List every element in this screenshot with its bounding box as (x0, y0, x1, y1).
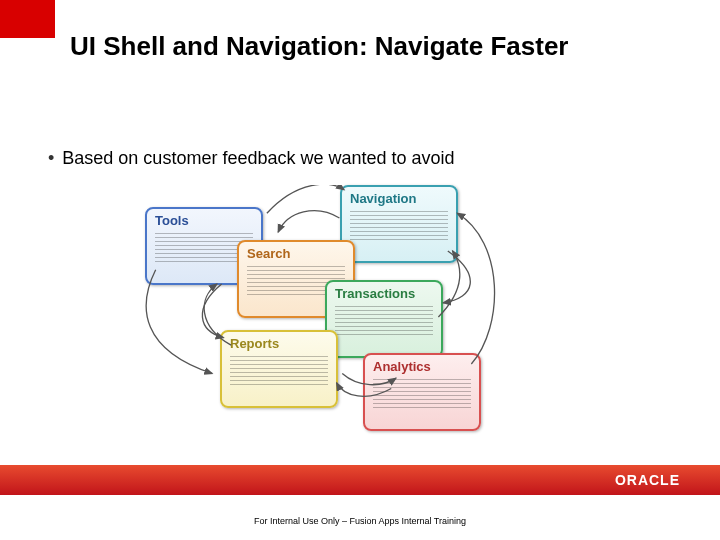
card-lines-icon (373, 377, 471, 408)
card-label: Transactions (335, 286, 433, 301)
bullet-dot-icon: • (48, 148, 54, 169)
card-lines-icon (350, 209, 448, 240)
card-lines-icon (335, 304, 433, 335)
card-transactions: Transactions (325, 280, 443, 358)
card-label: Reports (230, 336, 328, 351)
bullet-text: Based on customer feedback we wanted to … (62, 148, 454, 168)
card-label: Analytics (373, 359, 471, 374)
card-analytics: Analytics (363, 353, 481, 431)
card-reports: Reports (220, 330, 338, 408)
page-title: UI Shell and Navigation: Navigate Faster (70, 30, 670, 63)
footer-bar: ORACLE (0, 465, 720, 495)
bullet-item: •Based on customer feedback we wanted to… (48, 148, 455, 169)
brand-block (0, 0, 55, 38)
oracle-logo: ORACLE (615, 472, 680, 488)
card-navigation: Navigation (340, 185, 458, 263)
cards-diagram: Tools Navigation Search Transactions Rep… (145, 185, 515, 430)
card-label: Search (247, 246, 345, 261)
card-label: Navigation (350, 191, 448, 206)
card-lines-icon (230, 354, 328, 385)
footer-text: For Internal Use Only – Fusion Apps Inte… (0, 516, 720, 526)
card-label: Tools (155, 213, 253, 228)
